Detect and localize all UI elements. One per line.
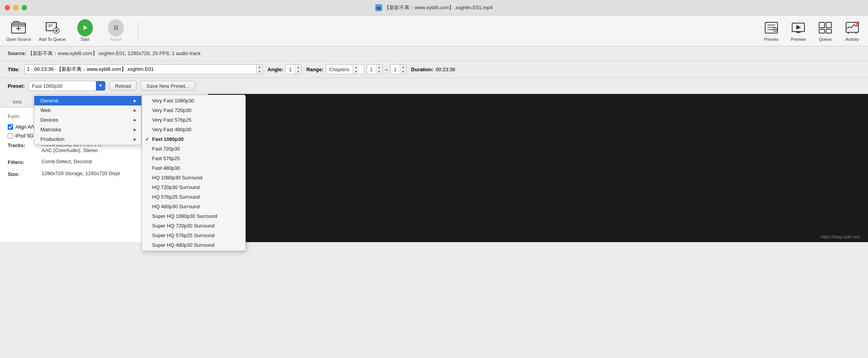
preset-menu-arrow-matroska: ▶ [134, 127, 137, 132]
preset-row: Preset: Fast 1080p30 Reload Save New Pre… [0, 78, 868, 94]
align-av-checkbox[interactable] [8, 124, 13, 130]
toolbar-right: Presets Preview [762, 20, 862, 42]
title-stepper-up[interactable]: ▲ [256, 65, 263, 69]
submenu-item-15[interactable]: Super HQ 480p30 Surround [142, 240, 245, 250]
check-mark: ✓ [145, 137, 149, 142]
source-row: Source: 【新影不离：www.xybl8.com】.xxghlm.E01,… [0, 46, 868, 61]
activity-label: Activity [846, 37, 859, 42]
open-source-button[interactable]: Open Source [6, 20, 31, 42]
open-source-label: Open Source [6, 37, 31, 42]
preset-menu-item-devices[interactable]: Devices ▶ [34, 115, 141, 125]
angle-stepper[interactable]: ▲ ▼ [295, 65, 302, 74]
angle-label: Angle: [268, 67, 283, 72]
presets-button[interactable]: Presets [762, 20, 781, 42]
submenu-item-6[interactable]: Fast 576p25 [142, 154, 245, 163]
reload-button[interactable]: Reload [109, 81, 137, 91]
preset-label: Preset: [8, 83, 25, 89]
title-label: Title: [8, 67, 20, 72]
submenu-item-4[interactable]: ✓ Fast 1080p30 [142, 134, 245, 144]
range-label: Range: [306, 67, 323, 72]
range-group: Range: Chapters ▲ ▼ 1 ▲ ▼ – 1 ▲ ▼ [306, 64, 406, 74]
angle-up[interactable]: ▲ [295, 65, 302, 69]
submenu-item-3[interactable]: Very Fast 480p30 [142, 125, 245, 134]
range-from-down[interactable]: ▼ [376, 69, 382, 74]
activity-button[interactable]: ! Activity [843, 20, 862, 42]
range-type-down[interactable]: ▼ [353, 69, 359, 74]
preview-button[interactable]: Preview [789, 20, 808, 42]
minimize-button[interactable] [13, 5, 18, 10]
submenu-item-5[interactable]: Fast 720p30 [142, 144, 245, 154]
duration-value: 00:23:36 [436, 67, 455, 72]
toolbar-separator [138, 21, 139, 40]
add-to-queue-label: Add To Queue [39, 37, 66, 42]
range-to-stepper[interactable]: ▲ ▼ [400, 65, 406, 74]
range-from-up[interactable]: ▲ [376, 65, 382, 69]
toolbar: Open Source Add To Queue Start [0, 15, 868, 46]
add-to-queue-icon [45, 20, 60, 35]
presets-label: Presets [764, 37, 778, 42]
presets-icon [764, 20, 779, 35]
preset-dropdown-arrow[interactable] [96, 81, 105, 90]
submenu-item-2[interactable]: Very Fast 576p25 [142, 115, 245, 125]
range-type-value: Chapters [326, 65, 353, 74]
maximize-button[interactable] [22, 5, 27, 10]
close-button[interactable] [5, 5, 10, 10]
submenu-item-1[interactable]: Very Fast 720p30 [142, 105, 245, 115]
range-type-stepper[interactable]: ▲ ▼ [353, 65, 359, 74]
angle-down[interactable]: ▼ [295, 69, 302, 74]
pause-icon [108, 20, 124, 35]
preset-menu: General ▶ Web ▶ Devices ▶ Matroska ▶ Pro… [34, 95, 142, 145]
window-title: 🎬 【新影不离：www.xybl8.com】.xxghlm.E01.mp4 [375, 4, 493, 11]
title-input[interactable] [24, 64, 256, 74]
submenu-item-8[interactable]: HQ 1080p30 Surround [142, 173, 245, 182]
title-row: Title: ▲ ▼ Angle: 1 ▲ ▼ Range: Chapters … [0, 61, 868, 78]
angle-value: 1 [286, 65, 295, 74]
range-type-up[interactable]: ▲ [353, 65, 359, 69]
svg-rect-26 [826, 29, 831, 33]
preset-submenu: Very Fast 1080p30 Very Fast 720p30 Very … [142, 95, 246, 251]
angle-group: Angle: 1 ▲ ▼ [268, 64, 302, 74]
range-type-select[interactable]: Chapters ▲ ▼ [326, 64, 364, 74]
preset-dropdown[interactable]: Fast 1080p30 [28, 81, 106, 91]
save-new-preset-button[interactable]: Save New Preset... [141, 81, 195, 91]
duration-group: Duration: 00:23:36 [411, 67, 455, 72]
svg-rect-9 [114, 25, 116, 30]
submenu-item-14[interactable]: Super HQ 576p25 Surround [142, 231, 245, 240]
range-from-select[interactable]: 1 ▲ ▼ [367, 64, 383, 74]
range-dash: – [385, 66, 388, 72]
tab-ions[interactable]: ions [6, 96, 28, 107]
submenu-item-13[interactable]: Super HQ 720p30 Surround [142, 221, 245, 231]
pause-button[interactable]: Pause [104, 20, 127, 42]
start-button[interactable]: Start [74, 20, 97, 42]
preview-icon [791, 20, 806, 35]
range-from-stepper[interactable]: ▲ ▼ [376, 65, 382, 74]
svg-rect-24 [826, 22, 831, 28]
activity-icon: ! [845, 20, 860, 35]
ipod-checkbox[interactable] [8, 133, 13, 139]
add-to-queue-button[interactable]: Add To Queue [39, 20, 66, 42]
angle-select[interactable]: 1 ▲ ▼ [285, 64, 302, 74]
submenu-item-0[interactable]: Very Fast 1080p30 [142, 96, 245, 105]
submenu-item-12[interactable]: Super HQ 1080p30 Surround [142, 211, 245, 221]
submenu-item-10[interactable]: HQ 576p25 Surround [142, 192, 245, 202]
preset-menu-arrow-web: ▶ [134, 108, 137, 112]
queue-label: Queue [819, 37, 831, 42]
source-value: 【新影不离：www.xybl8.com】.xxghlm.E01, 1280x72… [28, 50, 201, 56]
submenu-item-9[interactable]: HQ 720p30 Surround [142, 182, 245, 192]
title-stepper[interactable]: ▲ ▼ [256, 64, 263, 74]
range-to-down[interactable]: ▼ [400, 69, 406, 74]
preset-menu-item-matroska[interactable]: Matroska ▶ [34, 125, 141, 134]
svg-rect-23 [819, 22, 824, 28]
submenu-item-7[interactable]: Fast 480p30 [142, 163, 245, 173]
preset-menu-item-production[interactable]: Production ▶ [34, 134, 141, 144]
submenu-item-11[interactable]: HQ 480p30 Surround [142, 202, 245, 211]
title-stepper-down[interactable]: ▼ [256, 69, 263, 74]
range-to-select[interactable]: 1 ▲ ▼ [390, 64, 406, 74]
app-icon: 🎬 [375, 4, 382, 11]
queue-button[interactable]: Queue [816, 20, 835, 42]
range-to-up[interactable]: ▲ [400, 65, 406, 69]
preview-label: Preview [791, 37, 806, 42]
preset-value: Fast 1080p30 [29, 83, 96, 89]
preset-menu-item-general[interactable]: General ▶ [34, 96, 141, 105]
preset-menu-item-web[interactable]: Web ▶ [34, 105, 141, 115]
